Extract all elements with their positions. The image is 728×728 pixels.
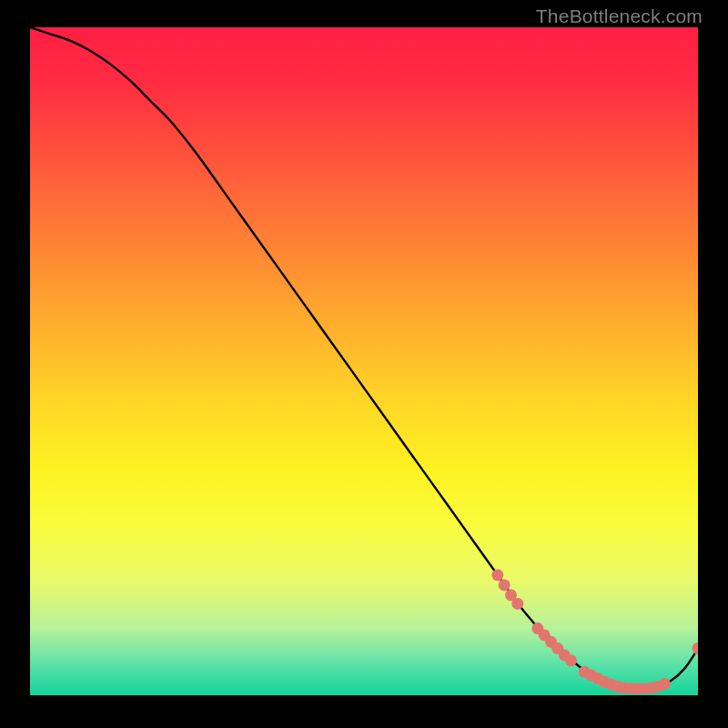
chart-container: TheBottleneck.com — [0, 0, 728, 728]
bottleneck-curve — [30, 27, 698, 689]
marker-group — [491, 569, 698, 694]
data-marker — [693, 642, 699, 654]
plot-area — [30, 27, 698, 695]
data-marker — [499, 579, 511, 591]
data-marker — [511, 598, 523, 610]
data-marker — [565, 654, 577, 666]
credit-label: TheBottleneck.com — [536, 5, 703, 27]
curve-svg — [30, 27, 698, 695]
data-marker — [491, 569, 503, 581]
data-marker — [659, 678, 671, 690]
